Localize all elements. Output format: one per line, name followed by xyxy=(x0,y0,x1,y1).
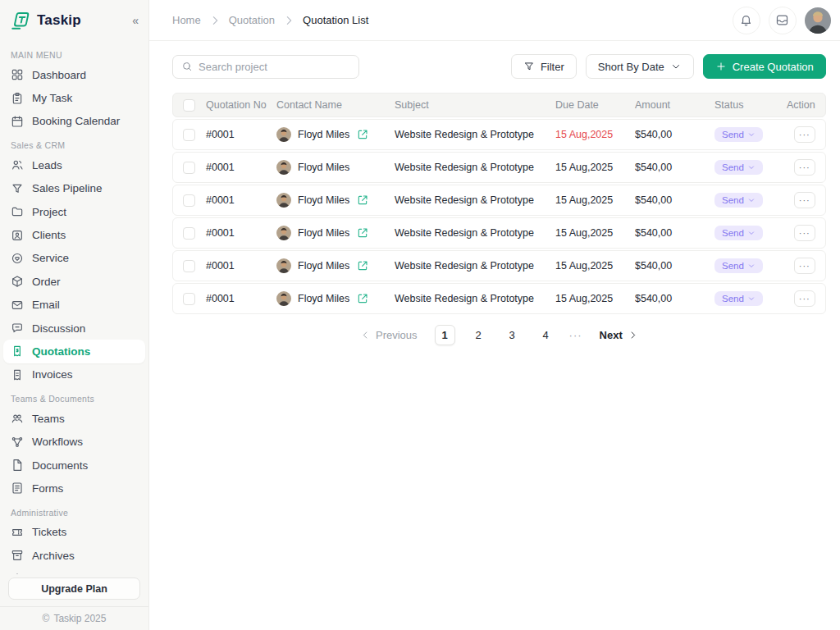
sidebar-item-invoices[interactable]: Invoices xyxy=(3,363,145,386)
amount: $540,00 xyxy=(635,194,714,206)
sort-by-date-dropdown[interactable]: Short By Date xyxy=(586,54,694,79)
search-input[interactable] xyxy=(199,61,350,73)
sidebar-item-project[interactable]: Project xyxy=(3,200,145,223)
sidebar-item-sales-pipeline[interactable]: Sales Pipeline xyxy=(3,177,145,200)
select-all-checkbox[interactable] xyxy=(183,99,195,112)
forms-icon xyxy=(11,482,24,495)
row-actions-button[interactable]: ··· xyxy=(794,126,815,143)
invoices-icon xyxy=(11,368,24,381)
sales-pipeline-icon xyxy=(11,182,24,195)
sidebar-collapse-button[interactable]: « xyxy=(132,14,139,27)
user-avatar[interactable] xyxy=(805,7,831,34)
row-checkbox[interactable] xyxy=(183,260,195,272)
topbar: HomeQuotationQuotation List xyxy=(149,0,840,41)
filter-button[interactable]: Filter xyxy=(511,54,577,79)
row-checkbox[interactable] xyxy=(183,293,195,305)
documents-icon xyxy=(11,459,24,472)
sidebar-item-dashboard[interactable]: Dashboard xyxy=(3,63,145,86)
sidebar-item-tickets[interactable]: Tickets xyxy=(3,521,145,544)
sidebar-item-leads[interactable]: Leads xyxy=(3,153,145,176)
sidebar-item-quotations[interactable]: Quotations xyxy=(3,340,145,363)
service-icon xyxy=(11,252,24,265)
pagination-next[interactable]: Next xyxy=(600,329,638,341)
chevron-down-icon xyxy=(747,294,756,303)
breadcrumb-link[interactable]: Home xyxy=(172,14,201,26)
main-area: HomeQuotationQuotation List Filter xyxy=(149,0,840,630)
plus-icon xyxy=(715,61,727,72)
contact-name: Floyd Miles xyxy=(298,129,349,140)
pagination-page-3[interactable]: 3 xyxy=(502,325,523,345)
bell-button[interactable] xyxy=(733,7,760,34)
external-link-icon[interactable] xyxy=(356,226,369,240)
sidebar-section-label: Sales & CRM xyxy=(0,133,148,153)
sidebar-item-email[interactable]: Email xyxy=(3,294,145,317)
row-actions-button[interactable]: ··· xyxy=(794,290,815,307)
row-checkbox[interactable] xyxy=(183,194,195,207)
sidebar-item-label: Sales Pipeline xyxy=(32,182,103,194)
upgrade-plan-button[interactable]: Upgrade Plan xyxy=(8,578,140,600)
sidebar-item-label: Forms xyxy=(32,482,63,495)
chevron-down-icon xyxy=(747,130,756,139)
sidebar-item-clients[interactable]: Clients xyxy=(3,223,145,246)
status-badge[interactable]: Send xyxy=(714,291,763,306)
sidebar-item-order[interactable]: Order xyxy=(3,270,145,293)
subject: Website Redesign & Prototype xyxy=(395,227,555,239)
sidebar-item-label: Project xyxy=(32,206,66,218)
external-link-icon[interactable] xyxy=(356,194,369,207)
subject: Website Redesign & Prototype xyxy=(395,260,555,272)
pagination-page-1[interactable]: 1 xyxy=(435,325,455,345)
status-badge[interactable]: Send xyxy=(714,258,763,273)
quotation-no: #0001 xyxy=(206,129,276,140)
status-badge[interactable]: Send xyxy=(714,226,763,240)
pagination-page-4[interactable]: 4 xyxy=(536,325,556,345)
column-header: Quotation No xyxy=(206,99,276,111)
breadcrumb-link[interactable]: Quotation xyxy=(229,14,275,26)
status-badge[interactable]: Send xyxy=(714,160,763,175)
sidebar-item-workflows[interactable]: Workflows xyxy=(3,430,145,453)
row-checkbox[interactable] xyxy=(183,227,195,240)
taskip-logo[interactable]: Taskip xyxy=(10,10,81,31)
sidebar-item-label: Documents xyxy=(32,459,88,472)
row-checkbox[interactable] xyxy=(183,162,195,174)
external-link-icon[interactable] xyxy=(356,128,369,141)
dashboard-icon xyxy=(11,68,24,81)
status-label: Send xyxy=(722,195,744,205)
contact-avatar xyxy=(276,127,291,142)
sidebar-item-teams[interactable]: Teams xyxy=(3,407,145,430)
chevron-right-icon xyxy=(628,330,638,340)
external-link-icon[interactable] xyxy=(356,292,369,305)
table-row: #0001Floyd MilesWebsite Redesign & Proto… xyxy=(172,119,826,150)
project-icon xyxy=(11,205,24,218)
status-badge[interactable]: Send xyxy=(714,127,763,142)
sidebar-item-discussion[interactable]: Discussion xyxy=(3,317,145,340)
status-label: Send xyxy=(722,294,744,304)
pagination-page-2[interactable]: 2 xyxy=(468,325,489,345)
sidebar-item-documents[interactable]: Documents xyxy=(3,454,145,477)
sidebar: Taskip « MAIN MENUDashboardMy TaskBookin… xyxy=(0,0,149,630)
sidebar-item-archives[interactable]: Archives xyxy=(3,544,145,567)
external-link-icon[interactable] xyxy=(356,259,369,272)
due-date: 15 Aug,2025 xyxy=(555,129,635,140)
pagination-previous[interactable]: Previous xyxy=(360,329,418,341)
create-quotation-button[interactable]: Create Quotation xyxy=(703,54,826,79)
sort-label: Short By Date xyxy=(598,61,664,73)
sidebar-item-settings[interactable]: Settings xyxy=(3,567,145,574)
status-badge[interactable]: Send xyxy=(714,193,763,208)
chevron-right-icon xyxy=(282,14,295,27)
sidebar-item-my-task[interactable]: My Task xyxy=(3,86,145,109)
inbox-button[interactable] xyxy=(769,7,797,34)
sidebar-item-booking-calendar[interactable]: Booking Calendar xyxy=(3,110,145,133)
row-checkbox[interactable] xyxy=(183,129,195,141)
create-label: Create Quotation xyxy=(733,61,814,73)
inbox-icon xyxy=(775,13,789,27)
sidebar-item-forms[interactable]: Forms xyxy=(3,477,145,500)
sidebar-item-service[interactable]: Service xyxy=(3,247,145,270)
row-actions-button[interactable]: ··· xyxy=(794,159,815,176)
row-actions-button[interactable]: ··· xyxy=(794,225,815,241)
contact-cell: Floyd Miles xyxy=(276,226,395,240)
search-box[interactable] xyxy=(172,55,359,79)
contact-avatar xyxy=(276,226,291,240)
sidebar-section-label: Teams & Documents xyxy=(0,386,148,407)
row-actions-button[interactable]: ··· xyxy=(794,192,815,208)
row-actions-button[interactable]: ··· xyxy=(794,258,815,274)
